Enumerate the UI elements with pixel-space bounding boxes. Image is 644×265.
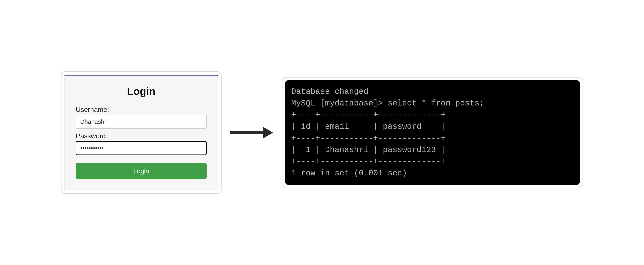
username-field: Username: bbox=[76, 106, 207, 129]
password-label: Password: bbox=[76, 132, 207, 140]
login-card: Login Username: Password: Login bbox=[61, 71, 222, 194]
username-input[interactable] bbox=[76, 115, 207, 129]
arrow bbox=[230, 124, 274, 141]
diagram-root: Login Username: Password: Login Database… bbox=[61, 71, 583, 194]
arrow-icon bbox=[230, 124, 274, 141]
username-label: Username: bbox=[76, 106, 207, 114]
login-title: Login bbox=[76, 85, 207, 97]
terminal-output: Database changed MySQL [mydatabase]> sel… bbox=[285, 80, 580, 185]
password-input[interactable] bbox=[76, 141, 207, 155]
svg-marker-1 bbox=[263, 127, 273, 138]
password-field: Password: bbox=[76, 132, 207, 155]
terminal-card: Database changed MySQL [mydatabase]> sel… bbox=[282, 77, 583, 188]
login-button[interactable]: Login bbox=[76, 163, 207, 179]
login-form: Login Username: Password: Login bbox=[64, 75, 218, 190]
